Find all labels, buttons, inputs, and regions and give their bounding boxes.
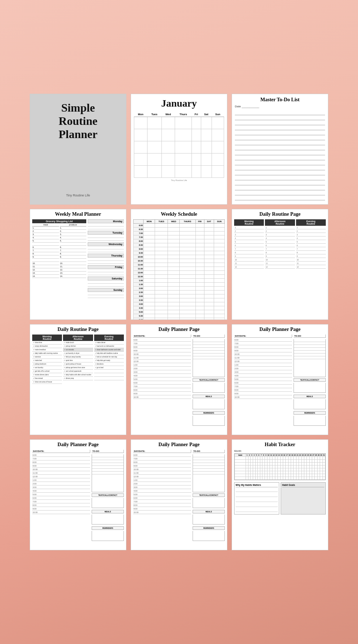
planner-time-row: 8:00 (234, 388, 292, 392)
planner-time-row: 2:00 (133, 367, 191, 370)
planner-time-row: 7:00 (32, 500, 90, 503)
planner-time-row: 1:00 (234, 363, 292, 367)
routine-line: 8 (296, 251, 326, 254)
planner-time-row: 1:00 (32, 478, 90, 482)
daily-planner-page-3: Daily Planner Page DAY/DATE: 6:007:008:0… (30, 439, 126, 550)
reminders-box-2 (294, 416, 326, 426)
todo-line (235, 135, 325, 140)
routine-line: 3 (265, 233, 295, 236)
schedule-row: 4:00 (134, 302, 225, 306)
sched-header-day (134, 220, 144, 224)
todo-line (235, 140, 325, 145)
routine-line: 4 (296, 236, 326, 240)
planner-time-row: 10:00 (234, 395, 292, 399)
daily-planner-title-3: Daily Planner Page (32, 442, 124, 448)
planner-time-row: 5:00 (234, 377, 292, 381)
todo-header-2: TO-DO (294, 335, 326, 337)
habit-row (235, 457, 325, 460)
todo-lines (235, 110, 325, 205)
planner-layout-1: DAY/DATE: 6:007:008:009:0010:0011:0012:0… (133, 335, 225, 426)
habit-goals-box: Habit Goals (281, 482, 326, 514)
planner-times-3: 6:007:008:009:0010:0011:0012:001:002:003… (32, 453, 90, 541)
january-calendar: January Mon Tues Wed Thurs Fri Sat Sun (131, 94, 227, 205)
meal-planner-title: Weekly Meal Planner (32, 211, 124, 217)
daily-routine-page-1: Daily Routine Page MorningRoutine 123456… (232, 209, 328, 320)
cal-row-2 (134, 129, 224, 141)
planner-time-row: 7:00 (234, 385, 292, 388)
routine-line: 11 (265, 262, 295, 265)
planner-time-row: 3:00 (234, 370, 292, 374)
routine-line: 11 (296, 262, 326, 265)
planner-time-row: 4:00 (133, 489, 191, 493)
planner-time-row: 6:00 (133, 496, 191, 500)
day-date-label-3: DAY/DATE: (32, 450, 90, 453)
planner-time-row: 3:00 (133, 486, 191, 489)
planner-schedule-col: DAY/DATE: 6:007:008:009:0010:0011:0012:0… (133, 335, 191, 426)
daily-planner-page-1: Daily Planner Page DAY/DATE: 6:007:008:0… (131, 324, 227, 435)
planner-time-row: 8:00 (133, 503, 191, 507)
daily-planner-title-2: Daily Planner Page (234, 327, 326, 332)
routine-col-morning: MorningRoutine 123456789101112 (234, 219, 264, 269)
sched-header-sat: SAT (204, 220, 214, 224)
planner-time-row: 11:00 (133, 356, 191, 360)
daily-routine-title-2: Daily Routine Page (32, 327, 124, 332)
schedule-row: 2:30 (134, 291, 225, 294)
schedule-row: 12:30 (134, 275, 225, 279)
cal-row-1 (134, 117, 224, 129)
todo-line (235, 175, 325, 180)
schedule-row: 9:30 (134, 251, 225, 255)
contact-box-2 (294, 383, 326, 393)
cal-header-thurs: Thurs (175, 112, 192, 117)
todo-line (235, 180, 325, 185)
planner-layout-2: DAY/DATE: 6:007:008:009:0010:0011:0012:0… (234, 335, 326, 426)
cal-header-mon: Mon (134, 112, 147, 117)
cal-header-tues: Tues (147, 112, 161, 117)
sched-header-thurs: THURS (179, 220, 195, 224)
text-call-contact-label: TEXT/CALL/CONTACT (193, 378, 225, 382)
planner-time-row: 11:00 (32, 471, 90, 475)
planner-time-row: 9:00 (133, 392, 191, 395)
planner-time-row: 10:00 (234, 352, 292, 356)
reminders-box-3 (92, 531, 124, 541)
planner-schedule-col-4: DAY/DATE: 6:007:008:009:0010:0011:0012:0… (133, 450, 191, 541)
schedule-row: 1:30 (134, 283, 225, 287)
planner-time-row: 7:00 (133, 342, 191, 345)
planner-time-row: 7:00 (133, 500, 191, 503)
text-call-contact-label-4: TEXT/CALL/CONTACT (193, 493, 225, 497)
routine-line: 8 (265, 251, 295, 254)
master-todo-title: Master To-Do List (235, 97, 325, 103)
grocery-col-produce: produce 1. 2. 3. 4. 5. 6. 7. 8. 9. 10. 1… (60, 223, 87, 309)
day-date-label-2: DAY/DATE: (234, 335, 292, 337)
routine-col-afternoon-2: AfternoonRoutine ✓ make lunch ✓ pickup k… (63, 335, 93, 384)
meal-days-section: Monday Tuesday Wednesday (88, 219, 124, 309)
planner-time-row: 6:00 (32, 453, 90, 457)
daily-planner-title-1: Daily Planner Page (133, 327, 225, 332)
planner-time-row: 12:00 (234, 360, 292, 363)
grocery-header: Grocery Shopping List (32, 219, 86, 223)
planner-tasks-col-2: TO-DO TEXT/CALL/CONTACT MEALS REMINDERS (294, 335, 326, 426)
sched-header-sun: SUN (214, 220, 225, 224)
planner-time-row: 8:00 (133, 460, 191, 464)
routine-cols-2: MorningRoutine ✓ show time ✓ empty dishw… (32, 335, 124, 384)
todo-line (235, 145, 325, 150)
day-date-label-4: DAY/DATE: (133, 450, 191, 453)
routine-col-afternoon: AfternoonRoutine 123456789101112 (265, 219, 295, 269)
todo-lines-box-3 (92, 454, 124, 492)
todo-header: TO-DO (193, 335, 225, 337)
cal-header-sun: Sun (212, 112, 224, 117)
planner-time-row: 5:00 (133, 377, 191, 381)
planner-time-row: 9:00 (32, 507, 90, 511)
routine-line: 4 (234, 236, 264, 240)
planner-schedule-col-3: DAY/DATE: 6:007:008:009:0010:0011:0012:0… (32, 450, 90, 541)
habit-row (235, 471, 325, 474)
routine-line: 1 (234, 226, 264, 229)
todo-line (235, 110, 325, 115)
cal-row-5 (134, 166, 224, 178)
planner-time-row: 6:00 (234, 338, 292, 342)
habit-tracker-page: Habit Tracker Month: Habit12345678910111… (232, 439, 328, 550)
schedule-row: 4:30 (134, 306, 225, 310)
meal-grid: Grocery Shopping List meat 1. 2. 3. 4. 5… (32, 219, 124, 309)
todo-line (235, 185, 325, 190)
meals-label-2: MEALS (294, 395, 326, 398)
habit-row (235, 468, 325, 471)
